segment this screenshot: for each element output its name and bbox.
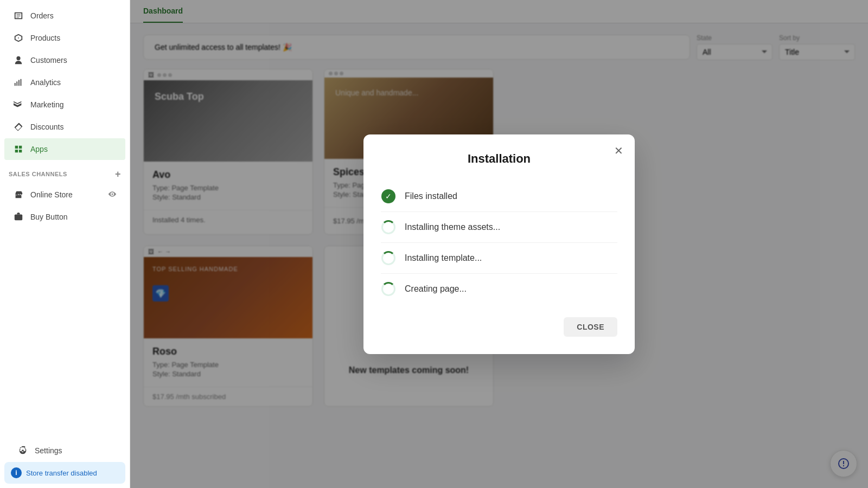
step-files-icon: ✓ — [381, 189, 396, 204]
step-page-icon — [381, 281, 396, 297]
sidebar-item-customers-label: Customers — [30, 56, 67, 65]
sidebar-item-marketing[interactable]: Marketing — [4, 94, 125, 115]
sidebar-item-marketing-label: Marketing — [30, 100, 63, 109]
settings-label: Settings — [35, 446, 62, 455]
analytics-icon — [13, 77, 24, 88]
checkmark-icon: ✓ — [381, 189, 395, 203]
products-icon — [13, 33, 24, 43]
sidebar-item-products-label: Products — [30, 34, 60, 42]
modal-title: Installation — [381, 152, 617, 166]
store-icon — [13, 189, 24, 200]
sidebar-item-discounts[interactable]: Discounts — [4, 116, 125, 138]
settings-icon — [17, 445, 28, 456]
sidebar-item-customers[interactable]: Customers — [4, 49, 125, 71]
store-transfer-label: Store transfer disabled — [26, 469, 97, 477]
modal-close-button[interactable]: ✕ — [611, 143, 626, 158]
online-store-eye-icon[interactable] — [108, 190, 117, 200]
installation-modal: ✕ Installation ✓ Files installed Install… — [363, 134, 635, 354]
sidebar-item-orders[interactable]: Orders — [4, 5, 125, 27]
install-step-theme: Installing theme assets... — [381, 211, 617, 242]
install-step-template: Installing template... — [381, 242, 617, 273]
step-page-label: Creating page... — [405, 284, 467, 294]
step-files-label: Files installed — [405, 191, 457, 201]
spinner-icon-2 — [381, 251, 395, 265]
sidebar-item-settings[interactable]: Settings — [9, 440, 121, 461]
sidebar-bottom: Settings i Store transfer disabled — [0, 435, 130, 488]
marketing-icon — [13, 99, 24, 110]
sales-channels-header: SALES CHANNELS + — [0, 165, 130, 181]
sidebar-item-online-store[interactable]: Online Store — [4, 184, 125, 206]
discounts-icon — [13, 121, 24, 132]
online-store-label: Online Store — [30, 190, 73, 199]
customers-icon — [13, 55, 24, 66]
sidebar-item-apps-label: Apps — [30, 145, 48, 153]
sidebar-item-analytics[interactable]: Analytics — [4, 72, 125, 93]
step-template-icon — [381, 251, 396, 266]
orders-icon — [13, 10, 24, 21]
add-sales-channel-button[interactable]: + — [115, 169, 121, 179]
store-transfer-notice[interactable]: i Store transfer disabled — [4, 462, 125, 484]
modal-close-bottom-button[interactable]: CLOSE — [564, 317, 617, 337]
modal-overlay[interactable]: ✕ Installation ✓ Files installed Install… — [130, 0, 868, 488]
sidebar: Orders Products Customers Analytics Mark… — [0, 0, 130, 488]
sidebar-item-products[interactable]: Products — [4, 27, 125, 49]
apps-icon — [13, 144, 24, 155]
buy-button-icon — [13, 211, 24, 222]
spinner-icon — [381, 220, 395, 234]
modal-footer: CLOSE — [381, 317, 617, 337]
sidebar-item-orders-label: Orders — [30, 11, 54, 20]
main-content: Dashboard Get unlimited access to all te… — [130, 0, 868, 488]
spinner-icon-3 — [381, 282, 395, 296]
step-theme-icon — [381, 220, 396, 235]
info-icon: i — [11, 467, 22, 478]
sidebar-item-buy-button[interactable]: Buy Button — [4, 206, 125, 228]
sidebar-item-analytics-label: Analytics — [30, 78, 61, 87]
step-theme-label: Installing theme assets... — [405, 222, 500, 232]
sidebar-item-discounts-label: Discounts — [30, 123, 63, 131]
step-template-label: Installing template... — [405, 253, 482, 263]
svg-rect-0 — [15, 215, 22, 221]
buy-button-label: Buy Button — [30, 213, 68, 221]
sidebar-item-apps[interactable]: Apps — [4, 138, 125, 160]
install-step-files: ✓ Files installed — [381, 181, 617, 211]
install-step-page: Creating page... — [381, 273, 617, 304]
